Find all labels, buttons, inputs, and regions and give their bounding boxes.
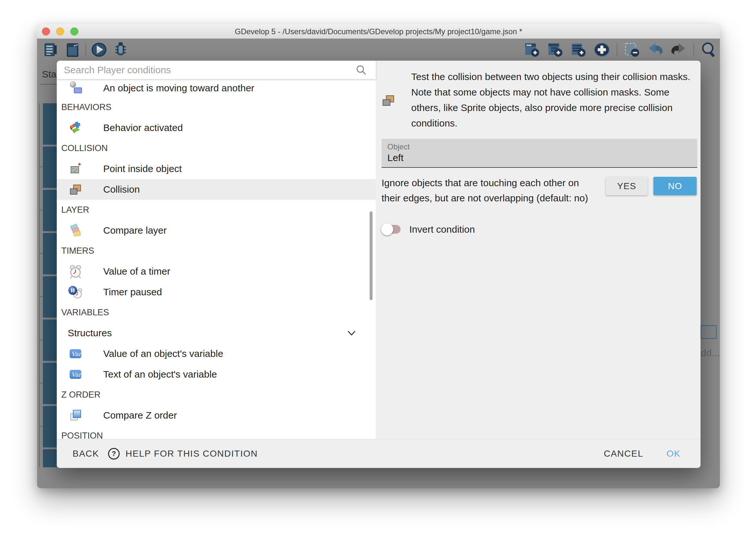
- redo-icon[interactable]: [670, 41, 687, 58]
- scene-editor-icon[interactable]: [64, 41, 81, 58]
- list-item[interactable]: Point inside object: [57, 158, 376, 179]
- object-field[interactable]: Object Left: [382, 139, 697, 168]
- collision-icon: [381, 93, 396, 108]
- list-item[interactable]: Var Text of an object's variable: [57, 364, 376, 385]
- toggle-knob[interactable]: [381, 223, 393, 235]
- list-section-header: POSITION: [57, 426, 376, 439]
- toolbar: [37, 39, 720, 61]
- ignore-edges-text: Ignore objects that are touching each ot…: [382, 175, 596, 206]
- list-section-header: VARIABLES: [57, 302, 376, 323]
- toolbar-search-icon[interactable]: [700, 41, 717, 58]
- search-icon: [356, 64, 367, 75]
- point-inside-icon: [66, 162, 85, 176]
- delete-event-icon[interactable]: [624, 41, 641, 58]
- list-section-header: COLLISION: [57, 138, 376, 158]
- add-circle-icon[interactable]: [593, 41, 610, 58]
- list-item[interactable]: An object is moving toward another: [57, 79, 376, 97]
- scene-tab-underline: [40, 84, 57, 85]
- condition-detail-panel: Test the collision between two objects u…: [376, 61, 700, 439]
- invert-condition-label: Invert condition: [409, 221, 475, 238]
- list-item[interactable]: Behavior activated: [57, 117, 376, 138]
- chevron-down-icon[interactable]: [345, 327, 358, 340]
- list-section-header: BEHAVIORS: [57, 97, 376, 117]
- toolbar-separator: [694, 43, 694, 57]
- condition-list-panel: An object is moving toward another BEHAV…: [57, 61, 376, 439]
- window-title: GDevelop 5 - /Users/david/Documents/GDev…: [37, 24, 720, 39]
- list-item[interactable]: Compare layer: [57, 220, 376, 241]
- condition-list: An object is moving toward another BEHAV…: [57, 79, 376, 439]
- list-section-header: LAYER: [57, 200, 376, 220]
- compare-layer-icon: [66, 223, 85, 237]
- event-condition-cells: [43, 103, 57, 467]
- toolbar-separator: [617, 43, 617, 57]
- undo-icon[interactable]: [647, 41, 664, 58]
- project-manager-icon[interactable]: [43, 41, 59, 58]
- add-subevent-icon[interactable]: [547, 41, 564, 58]
- list-section-header: Z ORDER: [57, 385, 376, 405]
- list-item-selected[interactable]: Collision: [57, 179, 376, 200]
- z-order-icon: [66, 408, 85, 423]
- invert-condition-row: Invert condition: [376, 221, 700, 240]
- scene-tab-label-partial: Sta: [42, 69, 57, 80]
- add-event-icon[interactable]: [524, 41, 541, 58]
- add-comment-icon[interactable]: [570, 41, 587, 58]
- object-field-label: Object: [387, 142, 410, 151]
- invert-condition-toggle[interactable]: [384, 225, 400, 234]
- list-item[interactable]: Var Value of an object's variable: [57, 343, 376, 364]
- ignore-edges-row: Ignore objects that are touching each ot…: [376, 175, 700, 206]
- dialog-footer: BACK ? HELP FOR THIS CONDITION CANCEL OK: [57, 439, 700, 468]
- timer-icon: [66, 264, 85, 279]
- list-group-structures[interactable]: Structures: [57, 323, 376, 343]
- add-link-truncated[interactable]: dd...: [701, 348, 720, 358]
- list-item[interactable]: Value of a timer: [57, 261, 376, 282]
- screen: GDevelop 5 - /Users/david/Documents/GDev…: [0, 0, 756, 537]
- behavior-icon: [66, 121, 85, 135]
- condition-editor-dialog: An object is moving toward another BEHAV…: [57, 61, 700, 468]
- help-icon: ?: [107, 447, 120, 460]
- list-scrollbar-thumb[interactable]: [370, 211, 372, 300]
- search-bar: [57, 61, 376, 79]
- play-icon[interactable]: [91, 41, 107, 58]
- ok-button[interactable]: OK: [667, 449, 681, 459]
- list-item[interactable]: Timer paused: [57, 282, 376, 302]
- variable-icon: Var: [66, 367, 85, 382]
- condition-description-row: Test the collision between two objects u…: [376, 61, 700, 131]
- no-button[interactable]: NO: [654, 177, 697, 195]
- object-field-value: Left: [387, 152, 403, 163]
- list-item[interactable]: Compare Z order: [57, 405, 376, 426]
- svg-text:Var: Var: [71, 351, 82, 357]
- timer-paused-icon: [66, 285, 85, 300]
- help-link[interactable]: ? HELP FOR THIS CONDITION: [107, 447, 258, 460]
- event-parameter-field-partial: [700, 325, 717, 339]
- cancel-button[interactable]: CANCEL: [604, 449, 643, 459]
- back-button[interactable]: BACK: [73, 449, 99, 459]
- condition-description: Test the collision between two objects u…: [411, 69, 692, 131]
- debug-icon[interactable]: [112, 41, 129, 58]
- search-input[interactable]: [57, 61, 356, 79]
- svg-text:Var: Var: [71, 371, 82, 378]
- moving-toward-icon: [66, 81, 85, 95]
- title-bar: GDevelop 5 - /Users/david/Documents/GDev…: [37, 24, 720, 39]
- collision-icon: [66, 182, 85, 196]
- toolbar-separator: [86, 43, 86, 57]
- svg-text:?: ?: [112, 450, 116, 458]
- help-button-label[interactable]: HELP FOR THIS CONDITION: [126, 449, 258, 459]
- yes-button[interactable]: YES: [606, 177, 648, 195]
- list-section-header: TIMERS: [57, 241, 376, 261]
- variable-icon: Var: [66, 347, 85, 361]
